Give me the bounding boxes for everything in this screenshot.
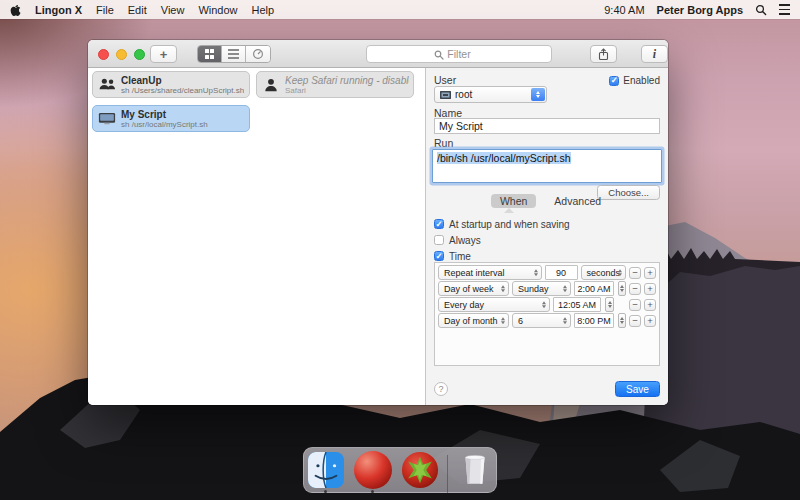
enabled-label: Enabled [623, 75, 660, 86]
dock [303, 447, 497, 493]
user-label: User [434, 74, 456, 86]
zoom-button[interactable] [134, 49, 145, 60]
add-rule-button[interactable]: + [644, 315, 656, 327]
popup-sunday[interactable]: Sunday [512, 281, 571, 296]
list-view-icon [228, 49, 239, 58]
enabled-checkbox[interactable]: ✓ Enabled [609, 75, 660, 86]
info-button[interactable]: i [641, 45, 668, 63]
menu-item-file[interactable]: File [96, 4, 114, 16]
window-toolbar: + i [88, 40, 668, 68]
menu-item-edit[interactable]: Edit [128, 4, 147, 16]
checkbox-checked-icon: ✓ [434, 219, 444, 229]
desktop: Lingon X FileEditViewWindowHelp 9:40 AM … [0, 0, 800, 500]
list-view-button[interactable] [222, 46, 246, 62]
popup-every-day[interactable]: Every day [438, 297, 550, 312]
add-job-button[interactable]: + [150, 45, 177, 63]
add-rule-button[interactable]: + [644, 283, 656, 295]
popup-day-of-month[interactable]: Day of month [438, 313, 509, 328]
when-options: ✓At startup and when savingAlways✓Time [434, 218, 570, 266]
popup-arrows-icon [501, 317, 505, 325]
dock-item-lingon-ball[interactable] [353, 451, 393, 493]
remove-rule-button[interactable]: − [629, 299, 641, 311]
log-view-icon [252, 48, 264, 60]
option-at-startup-and-when-saving[interactable]: ✓At startup and when saving [434, 218, 570, 230]
checkbox-checked-icon: ✓ [434, 251, 444, 261]
add-rule-button[interactable]: + [644, 299, 656, 311]
save-button[interactable]: Save [615, 381, 660, 397]
share-icon [598, 48, 609, 61]
popup-seconds[interactable]: seconds [581, 265, 627, 280]
window-content: CleanUpsh /Users/shared/cleanUpScript.sh… [88, 68, 668, 405]
help-button[interactable]: ? [434, 382, 448, 396]
user-popup[interactable]: root [434, 86, 547, 103]
menu-item-app[interactable]: Lingon X [35, 4, 82, 16]
menu-item-help[interactable]: Help [252, 4, 275, 16]
menu-user[interactable]: Peter Borg Apps [657, 4, 743, 16]
filter-input[interactable] [367, 46, 551, 62]
view-switcher [197, 45, 271, 63]
dock-item-finder[interactable] [306, 451, 346, 493]
remove-rule-button[interactable]: − [629, 283, 641, 295]
popup-repeat-interval[interactable]: Repeat interval [438, 265, 542, 280]
popup-value: Sunday [518, 284, 549, 294]
time-rule-row: Every day12:05 AM−+ [438, 297, 656, 312]
time-rule-row: Day of month68:00 PM−+ [438, 313, 656, 328]
menu-item-window[interactable]: Window [198, 4, 237, 16]
user-popup-value: root [455, 89, 472, 100]
option-time[interactable]: ✓Time [434, 250, 570, 262]
menu-clock[interactable]: 9:40 AM [604, 4, 644, 16]
stepper-icon[interactable] [605, 297, 614, 312]
filter-field[interactable] [366, 45, 552, 63]
popup-arrows-icon [563, 317, 567, 325]
value-field[interactable]: 90 [545, 265, 578, 280]
log-view-button[interactable] [246, 46, 270, 62]
notification-center-icon[interactable] [779, 4, 790, 14]
remove-rule-button[interactable]: − [629, 315, 641, 327]
menu-item-view[interactable]: View [161, 4, 185, 16]
popup-6[interactable]: 6 [512, 313, 571, 328]
job-subtitle: sh /Users/shared/cleanUpScript.sh [121, 86, 244, 95]
job-card-keep-safari-running-disabled[interactable]: Keep Safari running - disabledSafari [256, 71, 414, 98]
tab-advanced[interactable]: Advanced [552, 194, 603, 208]
tab-when[interactable]: When [491, 194, 536, 208]
stepper-icon[interactable] [618, 313, 626, 328]
lingon-window: + i CleanUpsh /Users/ [88, 40, 668, 405]
spotlight-icon[interactable] [755, 4, 767, 16]
close-button[interactable] [98, 49, 109, 60]
popup-arrows-icon [501, 285, 505, 293]
detail-pane: User ✓ Enabled root Name Run /bin/sh /us… [425, 68, 668, 405]
time-field[interactable]: 8:00 PM [574, 313, 613, 328]
job-subtitle: sh /usr/local/myScript.sh [121, 120, 208, 129]
lingonberry-icon [401, 451, 439, 489]
name-input[interactable] [434, 118, 660, 134]
dock-item-trash[interactable] [455, 451, 495, 493]
checkbox-checked-icon: ✓ [609, 76, 619, 86]
popup-day-of-week[interactable]: Day of week [438, 281, 509, 296]
run-label: Run [434, 137, 453, 149]
share-button[interactable] [590, 45, 617, 63]
user-icon [261, 78, 281, 92]
job-title: Keep Safari running - disabled [285, 75, 409, 86]
minimize-button[interactable] [116, 49, 127, 60]
run-textarea[interactable]: /bin/sh /usr/local/myScript.sh [432, 149, 662, 183]
time-field[interactable]: 2:00 AM [574, 281, 613, 296]
time-rule-row: Day of weekSunday2:00 AM−+ [438, 281, 656, 296]
popup-value: Day of week [444, 284, 494, 294]
grid-view-button[interactable] [198, 46, 222, 62]
running-indicator [371, 490, 374, 493]
time-rules-box: Repeat interval90seconds−+Day of weekSun… [434, 262, 660, 366]
option-always[interactable]: Always [434, 234, 570, 246]
dock-separator [447, 455, 448, 493]
job-subtitle: Safari [285, 86, 409, 95]
dock-item-lingonberry[interactable] [400, 451, 440, 493]
job-card-my-script[interactable]: My Scriptsh /usr/local/myScript.sh [92, 105, 250, 132]
job-text: CleanUpsh /Users/shared/cleanUpScript.sh [121, 75, 244, 95]
apple-icon[interactable] [10, 3, 21, 16]
time-field[interactable]: 12:05 AM [553, 297, 601, 312]
popup-arrows-icon [531, 88, 545, 101]
job-card-cleanup[interactable]: CleanUpsh /Users/shared/cleanUpScript.sh [92, 71, 250, 98]
stepper-icon[interactable] [618, 281, 626, 296]
popup-value: seconds [587, 268, 621, 278]
remove-rule-button[interactable]: − [629, 267, 641, 279]
add-rule-button[interactable]: + [644, 267, 656, 279]
